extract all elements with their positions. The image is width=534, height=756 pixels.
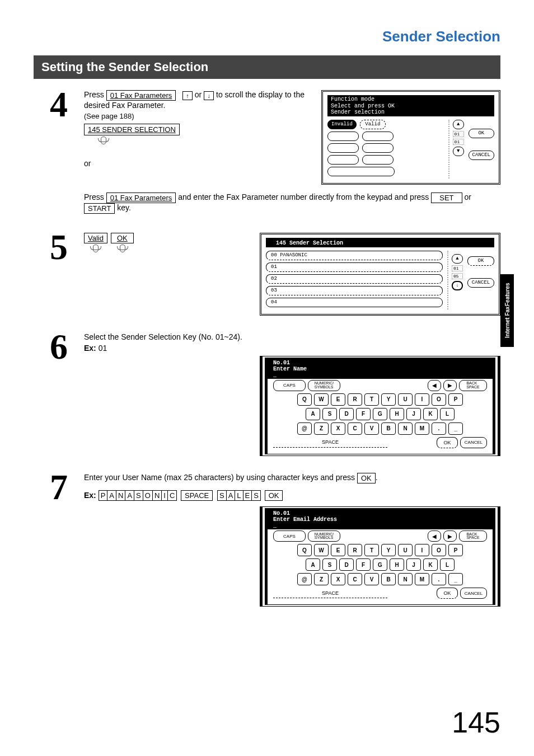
- char-key[interactable]: C: [167, 490, 177, 501]
- kb-key-a[interactable]: A: [306, 558, 320, 571]
- list-item[interactable]: 02: [266, 274, 443, 284]
- list-item[interactable]: 04: [266, 298, 443, 307]
- kb-key-@[interactable]: @: [297, 573, 312, 585]
- char-key[interactable]: N: [116, 490, 125, 501]
- scroll-down-button[interactable]: ↓: [452, 281, 463, 290]
- caps-button[interactable]: CAPS: [273, 380, 306, 391]
- kb-key-p[interactable]: P: [448, 544, 463, 556]
- kb-key-w[interactable]: W: [314, 544, 329, 556]
- left-arrow-button[interactable]: ◀: [428, 380, 441, 391]
- valid-key[interactable]: Valid: [84, 233, 107, 243]
- kb-key-i[interactable]: I: [415, 393, 429, 406]
- kb-key-x[interactable]: X: [331, 422, 345, 435]
- kb-key-o[interactable]: O: [432, 544, 446, 556]
- kb-key-u[interactable]: U: [398, 544, 413, 556]
- kb-key-g[interactable]: G: [373, 558, 387, 571]
- char-key[interactable]: S: [251, 490, 261, 501]
- kb-key-n[interactable]: N: [398, 422, 413, 435]
- kb-key-l[interactable]: L: [440, 408, 455, 420]
- kb-key-y[interactable]: Y: [381, 393, 396, 406]
- kb-key-c[interactable]: C: [348, 422, 362, 435]
- kb-ok-button[interactable]: OK: [437, 437, 458, 448]
- up-arrow-key[interactable]: ↑: [182, 91, 193, 100]
- set-key[interactable]: SET: [431, 192, 462, 203]
- scroll-up-button[interactable]: ▲: [453, 120, 464, 129]
- kb-key-@[interactable]: @: [297, 422, 312, 435]
- char-key[interactable]: A: [226, 490, 236, 501]
- ok-key[interactable]: OK: [265, 490, 283, 501]
- backspace-button[interactable]: BACK SPACE: [459, 530, 487, 542]
- char-key[interactable]: S: [134, 490, 143, 501]
- kb-key-.[interactable]: .: [432, 573, 446, 585]
- scroll-down-button[interactable]: ▼: [453, 147, 464, 156]
- kb-key-t[interactable]: T: [364, 393, 379, 406]
- kb-key-j[interactable]: J: [406, 408, 421, 420]
- parameter-145-button[interactable]: 145 SENDER SELECTION: [84, 124, 180, 135]
- kb-ok-button[interactable]: OK: [437, 588, 458, 599]
- kb-key-b[interactable]: B: [381, 422, 396, 435]
- kb-key-m[interactable]: M: [415, 422, 429, 435]
- kb-key-q[interactable]: Q: [297, 393, 312, 406]
- kb-key-v[interactable]: V: [364, 422, 379, 435]
- numeric-symbols-button[interactable]: NUMERIC/ SYMBOLS: [308, 530, 340, 542]
- kb-key-.[interactable]: .: [432, 422, 446, 435]
- kb-key-_[interactable]: _: [448, 422, 463, 435]
- kb-key-y[interactable]: Y: [381, 544, 396, 556]
- kb-key-e[interactable]: E: [331, 544, 345, 556]
- kb-cancel-button[interactable]: CANCEL: [460, 588, 487, 599]
- kb-key-j[interactable]: J: [406, 558, 421, 571]
- char-key[interactable]: A: [107, 490, 116, 501]
- kb-key-k[interactable]: K: [423, 558, 438, 571]
- kb-key-e[interactable]: E: [331, 393, 345, 406]
- start-key[interactable]: START: [84, 203, 115, 214]
- panel-ok-button[interactable]: OK: [469, 129, 494, 138]
- right-arrow-button[interactable]: ▶: [443, 530, 457, 542]
- kb-key-d[interactable]: D: [339, 558, 354, 571]
- right-arrow-button[interactable]: ▶: [443, 380, 457, 391]
- char-key[interactable]: E: [243, 490, 252, 501]
- char-key[interactable]: N: [152, 490, 162, 501]
- kb-key-f[interactable]: F: [356, 408, 371, 420]
- space-button[interactable]: SPACE: [273, 588, 387, 598]
- kb-key-n[interactable]: N: [398, 573, 413, 585]
- valid-button[interactable]: Valid: [360, 120, 386, 129]
- char-key[interactable]: S: [217, 490, 227, 501]
- kb-key-h[interactable]: H: [390, 558, 404, 571]
- kb-key-d[interactable]: D: [339, 408, 354, 420]
- char-key[interactable]: A: [125, 490, 134, 501]
- kb-key-v[interactable]: V: [364, 573, 379, 585]
- kb-key-r[interactable]: R: [348, 544, 362, 556]
- kb-key-u[interactable]: U: [398, 393, 413, 406]
- list-item[interactable]: 00 PANASONIC: [266, 251, 443, 260]
- panel-cancel-button[interactable]: CANCEL: [467, 278, 494, 288]
- kb-key-w[interactable]: W: [314, 393, 329, 406]
- numeric-symbols-button[interactable]: NUMERIC/ SYMBOLS: [308, 380, 340, 391]
- char-key[interactable]: O: [143, 490, 153, 501]
- space-key[interactable]: SPACE: [181, 490, 213, 501]
- kb-key-x[interactable]: X: [331, 573, 345, 585]
- kb-key-b[interactable]: B: [381, 573, 396, 585]
- kb-key-c[interactable]: C: [348, 573, 362, 585]
- kb-key-h[interactable]: H: [390, 408, 404, 420]
- char-key[interactable]: P: [99, 490, 108, 501]
- scroll-up-button[interactable]: ▲: [452, 254, 463, 264]
- kb-key-z[interactable]: Z: [314, 422, 329, 435]
- space-button[interactable]: SPACE: [273, 438, 387, 448]
- kb-key-p[interactable]: P: [448, 393, 463, 406]
- kb-key-a[interactable]: A: [306, 408, 320, 420]
- panel-cancel-button[interactable]: CANCEL: [469, 151, 494, 160]
- list-item[interactable]: 03: [266, 286, 443, 295]
- kb-key-q[interactable]: Q: [297, 544, 312, 556]
- kb-cancel-button[interactable]: CANCEL: [460, 437, 487, 448]
- char-key[interactable]: L: [235, 490, 243, 501]
- panel-ok-button[interactable]: OK: [467, 256, 494, 266]
- kb-key-z[interactable]: Z: [314, 573, 329, 585]
- ok-key[interactable]: OK: [357, 473, 376, 483]
- ok-key[interactable]: OK: [111, 233, 134, 243]
- fax-parameters-key[interactable]: 01 Fax Parameters: [106, 90, 176, 101]
- kb-key-k[interactable]: K: [423, 408, 438, 420]
- kb-key-s[interactable]: S: [322, 408, 337, 420]
- down-arrow-key[interactable]: ↓: [204, 91, 214, 100]
- invalid-button[interactable]: Invalid: [327, 120, 357, 129]
- kb-key-f[interactable]: F: [356, 558, 371, 571]
